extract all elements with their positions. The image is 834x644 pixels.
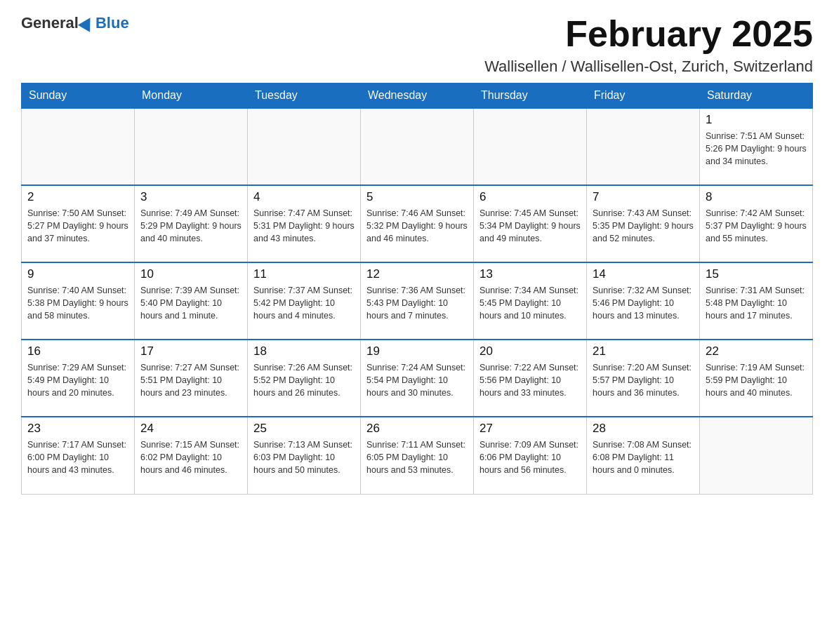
day-number: 2 [27,190,128,204]
day-header-tuesday: Tuesday [248,83,361,109]
day-header-wednesday: Wednesday [361,83,474,109]
day-number: 26 [366,422,468,436]
day-number: 13 [479,267,581,281]
day-info: Sunrise: 7:19 AM Sunset: 5:59 PM Dayligh… [706,361,807,399]
day-info: Sunrise: 7:37 AM Sunset: 5:42 PM Dayligh… [253,284,355,322]
calendar-cell [135,108,248,185]
day-number: 22 [706,344,807,358]
calendar-cell: 27Sunrise: 7:09 AM Sunset: 6:06 PM Dayli… [474,417,587,494]
calendar-cell: 4Sunrise: 7:47 AM Sunset: 5:31 PM Daylig… [248,185,361,262]
calendar-cell: 6Sunrise: 7:45 AM Sunset: 5:34 PM Daylig… [474,185,587,262]
day-info: Sunrise: 7:31 AM Sunset: 5:48 PM Dayligh… [706,284,807,322]
week-row-1: 1Sunrise: 7:51 AM Sunset: 5:26 PM Daylig… [22,108,813,185]
day-info: Sunrise: 7:45 AM Sunset: 5:34 PM Dayligh… [479,207,581,245]
calendar-cell: 15Sunrise: 7:31 AM Sunset: 5:48 PM Dayli… [700,262,813,340]
calendar-cell: 8Sunrise: 7:42 AM Sunset: 5:37 PM Daylig… [700,185,813,262]
day-number: 25 [253,422,355,436]
calendar-cell: 14Sunrise: 7:32 AM Sunset: 5:46 PM Dayli… [587,262,700,340]
calendar-cell: 17Sunrise: 7:27 AM Sunset: 5:51 PM Dayli… [135,340,248,417]
day-number: 15 [706,267,807,281]
calendar-cell: 1Sunrise: 7:51 AM Sunset: 5:26 PM Daylig… [700,108,813,185]
day-info: Sunrise: 7:39 AM Sunset: 5:40 PM Dayligh… [140,284,241,322]
calendar-cell: 18Sunrise: 7:26 AM Sunset: 5:52 PM Dayli… [248,340,361,417]
day-info: Sunrise: 7:15 AM Sunset: 6:02 PM Dayligh… [140,438,241,476]
title-area: February 2025 Wallisellen / Wallisellen-… [484,14,813,76]
calendar-cell: 25Sunrise: 7:13 AM Sunset: 6:03 PM Dayli… [248,417,361,494]
calendar-cell: 20Sunrise: 7:22 AM Sunset: 5:56 PM Dayli… [474,340,587,417]
day-number: 3 [140,190,241,204]
calendar-cell: 22Sunrise: 7:19 AM Sunset: 5:59 PM Dayli… [700,340,813,417]
day-number: 16 [27,344,128,358]
day-info: Sunrise: 7:20 AM Sunset: 5:57 PM Dayligh… [593,361,694,399]
day-number: 27 [479,422,581,436]
day-header-friday: Friday [587,83,700,109]
calendar-cell: 10Sunrise: 7:39 AM Sunset: 5:40 PM Dayli… [135,262,248,340]
calendar-cell: 12Sunrise: 7:36 AM Sunset: 5:43 PM Dayli… [361,262,474,340]
day-number: 18 [253,344,355,358]
day-number: 19 [366,344,468,358]
day-number: 6 [479,190,581,204]
day-number: 7 [593,190,694,204]
day-number: 23 [27,422,128,436]
day-number: 17 [140,344,241,358]
calendar-cell: 21Sunrise: 7:20 AM Sunset: 5:57 PM Dayli… [587,340,700,417]
day-number: 10 [140,267,241,281]
day-info: Sunrise: 7:26 AM Sunset: 5:52 PM Dayligh… [253,361,355,399]
day-info: Sunrise: 7:13 AM Sunset: 6:03 PM Dayligh… [253,438,355,476]
day-info: Sunrise: 7:50 AM Sunset: 5:27 PM Dayligh… [27,207,128,245]
day-info: Sunrise: 7:27 AM Sunset: 5:51 PM Dayligh… [140,361,241,399]
calendar-table: SundayMondayTuesdayWednesdayThursdayFrid… [21,83,813,495]
calendar-cell: 16Sunrise: 7:29 AM Sunset: 5:49 PM Dayli… [22,340,135,417]
day-number: 5 [366,190,468,204]
week-row-3: 9Sunrise: 7:40 AM Sunset: 5:38 PM Daylig… [22,262,813,340]
logo-triangle-icon [78,14,96,32]
day-info: Sunrise: 7:29 AM Sunset: 5:49 PM Dayligh… [27,361,128,399]
day-number: 12 [366,267,468,281]
day-info: Sunrise: 7:09 AM Sunset: 6:06 PM Dayligh… [479,438,581,476]
week-row-2: 2Sunrise: 7:50 AM Sunset: 5:27 PM Daylig… [22,185,813,262]
calendar-cell: 2Sunrise: 7:50 AM Sunset: 5:27 PM Daylig… [22,185,135,262]
logo-general-text: General [21,14,79,32]
day-number: 14 [593,267,694,281]
day-info: Sunrise: 7:24 AM Sunset: 5:54 PM Dayligh… [366,361,468,399]
day-info: Sunrise: 7:51 AM Sunset: 5:26 PM Dayligh… [706,130,807,168]
day-info: Sunrise: 7:40 AM Sunset: 5:38 PM Dayligh… [27,284,128,322]
day-info: Sunrise: 7:42 AM Sunset: 5:37 PM Dayligh… [706,207,807,245]
day-number: 20 [479,344,581,358]
calendar-cell [22,108,135,185]
calendar-cell [587,108,700,185]
day-info: Sunrise: 7:36 AM Sunset: 5:43 PM Dayligh… [366,284,468,322]
month-title: February 2025 [484,14,813,54]
calendar-cell: 11Sunrise: 7:37 AM Sunset: 5:42 PM Dayli… [248,262,361,340]
day-number: 1 [706,113,807,127]
page-header: General Blue February 2025 Wallisellen /… [21,14,813,76]
day-info: Sunrise: 7:17 AM Sunset: 6:00 PM Dayligh… [27,438,128,476]
calendar-cell: 28Sunrise: 7:08 AM Sunset: 6:08 PM Dayli… [587,417,700,494]
day-info: Sunrise: 7:46 AM Sunset: 5:32 PM Dayligh… [366,207,468,245]
calendar-cell: 13Sunrise: 7:34 AM Sunset: 5:45 PM Dayli… [474,262,587,340]
calendar-cell: 19Sunrise: 7:24 AM Sunset: 5:54 PM Dayli… [361,340,474,417]
calendar-cell: 26Sunrise: 7:11 AM Sunset: 6:05 PM Dayli… [361,417,474,494]
day-number: 11 [253,267,355,281]
week-row-4: 16Sunrise: 7:29 AM Sunset: 5:49 PM Dayli… [22,340,813,417]
day-number: 8 [706,190,807,204]
day-header-saturday: Saturday [700,83,813,109]
calendar-cell [474,108,587,185]
calendar-cell: 5Sunrise: 7:46 AM Sunset: 5:32 PM Daylig… [361,185,474,262]
day-info: Sunrise: 7:47 AM Sunset: 5:31 PM Dayligh… [253,207,355,245]
calendar-cell: 9Sunrise: 7:40 AM Sunset: 5:38 PM Daylig… [22,262,135,340]
calendar-header-row: SundayMondayTuesdayWednesdayThursdayFrid… [22,83,813,109]
calendar-cell: 7Sunrise: 7:43 AM Sunset: 5:35 PM Daylig… [587,185,700,262]
day-info: Sunrise: 7:49 AM Sunset: 5:29 PM Dayligh… [140,207,241,245]
calendar-cell [361,108,474,185]
day-info: Sunrise: 7:08 AM Sunset: 6:08 PM Dayligh… [593,438,694,476]
day-info: Sunrise: 7:32 AM Sunset: 5:46 PM Dayligh… [593,284,694,322]
week-row-5: 23Sunrise: 7:17 AM Sunset: 6:00 PM Dayli… [22,417,813,494]
day-number: 9 [27,267,128,281]
logo: General Blue [21,14,129,32]
calendar-cell [248,108,361,185]
day-header-monday: Monday [135,83,248,109]
day-info: Sunrise: 7:34 AM Sunset: 5:45 PM Dayligh… [479,284,581,322]
day-info: Sunrise: 7:43 AM Sunset: 5:35 PM Dayligh… [593,207,694,245]
day-header-sunday: Sunday [22,83,135,109]
